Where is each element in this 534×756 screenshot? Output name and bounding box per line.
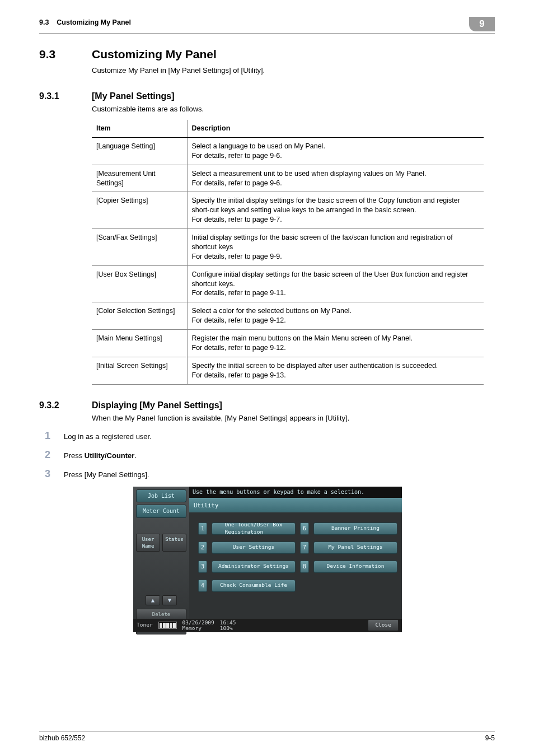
h1-title: Customizing My Panel	[92, 46, 217, 62]
table-cell-item: [Measurement Unit Settings]	[92, 165, 187, 192]
h1-intro: Customize My Panel in [My Panel Settings…	[92, 66, 495, 76]
h2a-intro: Customizable items are as follows.	[92, 104, 495, 114]
panel-hint: Use the menu buttons or keypad to make a…	[189, 487, 402, 498]
option-number: 3	[198, 561, 207, 573]
status-memory-label: Memory	[182, 626, 214, 631]
table-cell-desc: Specify the initial display settings for…	[187, 192, 484, 229]
h2b-title: Displaying [My Panel Settings]	[92, 399, 222, 412]
panel-sidebar: Job List Meter Count User Name Status ▲ …	[133, 487, 189, 632]
table-cell-desc: Specify the initial screen to be display…	[187, 357, 484, 384]
option-number: 4	[198, 580, 207, 592]
table-row: [Scan/Fax Settings]Initial display setti…	[92, 229, 484, 266]
toner-label: Toner	[137, 622, 153, 629]
rh-rule	[39, 34, 495, 34]
user-name-header: User Name	[136, 534, 160, 552]
option-button[interactable]: Check Consumable Life	[212, 580, 296, 592]
table-cell-desc: Select a measurement unit to be used whe…	[187, 165, 484, 192]
meter-count-tab[interactable]: Meter Count	[136, 505, 186, 518]
steps-list: 1Log in as a registered user.2Press Util…	[39, 429, 495, 481]
panel-main: Use the menu buttons or keypad to make a…	[189, 487, 402, 632]
step-text: Press Utility/Counter.	[64, 451, 137, 461]
table-cell-item: [Color Selection Settings]	[92, 302, 187, 330]
table-cell-desc: Register the main menu buttons on the Ma…	[187, 330, 484, 357]
h2a-number: 9.3.1	[39, 90, 74, 102]
status-header: Status	[162, 534, 186, 552]
table-row: [Main Menu Settings]Register the main me…	[92, 330, 484, 357]
table-cell-item: [User Box Settings]	[92, 265, 187, 302]
status-memory: 100%	[220, 626, 236, 631]
step-number: 2	[39, 448, 50, 461]
step-text: Log in as a registered user.	[64, 432, 152, 442]
footer-page: 9-5	[485, 734, 495, 743]
table-cell-item: [Language Setting]	[92, 137, 187, 165]
table-row: [Initial Screen Settings]Specify the ini…	[92, 357, 484, 384]
step-item: 2Press Utility/Counter.	[39, 448, 495, 461]
option-number: 8	[300, 561, 309, 573]
th-desc: Description	[187, 120, 484, 137]
step-item: 1Log in as a registered user.	[39, 429, 495, 442]
table-row: [Color Selection Settings]Select a color…	[92, 302, 484, 330]
option-button[interactable]: Device Information	[313, 561, 397, 573]
option-number: 1	[198, 522, 207, 535]
panel-statusbar: Toner 03/26/2009 Memory 16:45 100% Close	[133, 619, 402, 632]
job-list-tab[interactable]: Job List	[136, 489, 186, 503]
rh-chapter-chip: 9	[469, 17, 495, 31]
table-cell-item: [Scan/Fax Settings]	[92, 229, 187, 266]
table-cell-item: [Main Menu Settings]	[92, 330, 187, 357]
option-button[interactable]: Banner Printing	[313, 522, 397, 535]
h1-number: 9.3	[39, 46, 74, 62]
toner-gauge-icon	[158, 622, 177, 629]
table-cell-desc: Select a color for the selected buttons …	[187, 302, 484, 330]
option-number: 6	[300, 522, 309, 535]
step-item: 3Press [My Panel Settings].	[39, 467, 495, 480]
footer-model: bizhub 652/552	[39, 734, 85, 743]
option-button[interactable]: User Settings	[212, 542, 296, 554]
table-cell-item: [Copier Settings]	[92, 192, 187, 229]
scroll-up-button[interactable]: ▲	[146, 595, 160, 605]
panel-band: Utility	[189, 498, 402, 512]
option-button[interactable]: My Panel Settings	[313, 542, 397, 554]
h2b-number: 9.3.2	[39, 399, 74, 412]
rh-section-no: 9.3	[39, 18, 49, 26]
h2b-intro: When the My Panel function is available,…	[92, 413, 495, 423]
close-button[interactable]: Close	[368, 619, 399, 631]
scroll-down-button[interactable]: ▼	[162, 595, 177, 605]
option-button[interactable]: Administrator Settings	[212, 561, 296, 573]
table-row: [Copier Settings]Specify the initial dis…	[92, 192, 484, 229]
step-number: 1	[39, 429, 50, 442]
option-number: 2	[198, 542, 207, 554]
table-row: [Language Setting]Select a language to b…	[92, 137, 484, 165]
option-number: 7	[300, 542, 309, 554]
table-cell-desc: Configure initial display settings for t…	[187, 265, 484, 302]
table-row: [User Box Settings]Configure initial dis…	[92, 265, 484, 302]
h2a-title: [My Panel Settings]	[92, 90, 175, 102]
step-number: 3	[39, 467, 50, 480]
th-item: Item	[92, 120, 187, 137]
table-cell-desc: Initial display settings for the basic s…	[187, 229, 484, 266]
step-text: Press [My Panel Settings].	[64, 470, 149, 480]
option-button[interactable]: One-Touch/User Box Registration	[212, 522, 296, 535]
settings-table: Item Description [Language Setting]Selec…	[92, 120, 484, 385]
table-cell-item: [Initial Screen Settings]	[92, 357, 187, 384]
table-row: [Measurement Unit Settings]Select a meas…	[92, 165, 484, 192]
device-panel: Job List Meter Count User Name Status ▲ …	[133, 487, 402, 632]
table-cell-desc: Select a language to be used on My Panel…	[187, 137, 484, 165]
rh-section-title: Customizing My Panel	[57, 18, 131, 26]
